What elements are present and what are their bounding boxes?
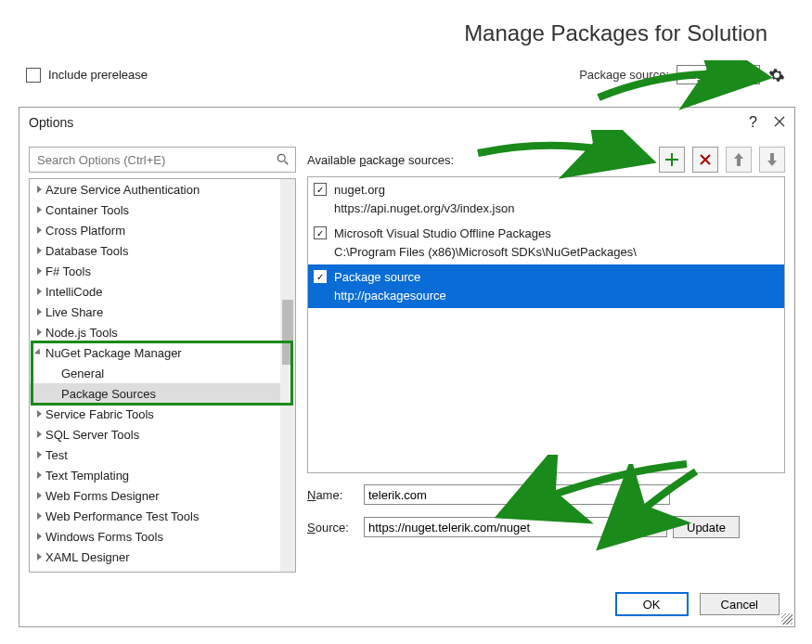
name-row: Name: [307,484,785,505]
expand-icon [37,451,42,458]
source-text: Microsoft Visual Studio Offline Packages… [334,225,637,261]
tree-item[interactable]: Service Fabric Tools [30,404,280,424]
ok-button[interactable]: OK [615,592,689,616]
resize-grip[interactable] [781,613,793,625]
search-options-box[interactable] [29,147,296,173]
move-up-button[interactable] [726,147,752,173]
tree-item[interactable]: Node.js Tools [30,322,280,342]
options-dialog: Options ? Azure Service AuthenticationCo… [19,107,795,627]
source-list-item[interactable]: Microsoft Visual Studio Offline Packages… [308,221,784,264]
move-down-button[interactable] [759,147,785,173]
source-checkbox[interactable] [314,270,327,283]
include-prerelease-label: Include prerelease [48,68,148,82]
source-checkbox[interactable] [314,183,327,196]
expand-icon [37,492,42,499]
tree-item[interactable]: NuGet Package Manager [30,342,280,363]
tree-item[interactable]: F# Tools [30,261,280,281]
gear-icon [768,67,785,84]
name-input[interactable] [364,484,670,505]
expand-icon [37,512,42,520]
source-name: Microsoft Visual Studio Offline Packages [334,225,637,243]
dialog-footer: OK Cancel [19,582,794,626]
expand-icon [34,348,43,356]
source-row: Source: ... Update [307,516,785,538]
tree-item[interactable]: SQL Server Tools [30,424,280,444]
search-input[interactable] [35,152,277,168]
remove-source-button[interactable] [692,147,718,173]
package-source-value: nuget.org [683,68,734,82]
checkbox-icon [26,68,41,83]
tree-item-label: Container Tools [45,203,129,217]
tree-item[interactable]: Test [30,444,280,465]
expand-icon [37,533,42,540]
chevron-down-icon [740,72,747,77]
tree-item-label: General [61,367,104,380]
tree-item[interactable]: Web Performance Test Tools [30,506,280,526]
search-icon [277,153,290,166]
tree-item-label: Live Share [45,305,103,319]
sources-list[interactable]: nuget.orghttps://api.nuget.org/v3/index.… [307,176,785,473]
expand-icon [37,471,42,479]
tree-item-label: Package Sources [61,387,156,401]
close-button[interactable] [774,115,785,130]
source-list-item[interactable]: Package sourcehttp://packagesource [308,264,784,308]
update-button[interactable]: Update [673,516,740,538]
expand-icon [37,328,42,336]
source-url: https://api.nuget.org/v3/index.json [334,200,514,218]
source-input[interactable] [364,517,638,537]
expand-icon [37,226,42,234]
tree-item[interactable]: Container Tools [30,200,280,220]
tree-item[interactable]: Cross Platform [30,220,280,240]
page-title: Manage Packages for Solution [464,20,767,46]
expand-icon [37,247,42,254]
options-tree[interactable]: Azure Service AuthenticationContainer To… [29,178,296,573]
tree-item[interactable]: IntelliCode [30,281,280,302]
expand-icon [37,267,42,275]
source-checkbox[interactable] [314,226,327,239]
source-list-item[interactable]: nuget.orghttps://api.nuget.org/v3/index.… [308,177,784,221]
tree-item-label: Node.js Tools [45,326,118,340]
tree-child-item[interactable]: General [30,363,280,383]
package-source-selector: Package source: nuget.org [579,65,786,84]
tree-item[interactable]: Windows Forms Tools [30,526,280,547]
tree-item[interactable]: Database Tools [30,240,280,261]
settings-button[interactable] [767,66,786,84]
tree-item-label: Windows Forms Tools [45,530,163,544]
svg-line-1 [285,161,289,165]
include-prerelease-checkbox[interactable]: Include prerelease [26,68,148,83]
browse-button[interactable]: ... [643,517,667,537]
help-button[interactable]: ? [749,114,757,131]
dialog-body: Azure Service AuthenticationContainer To… [19,137,794,582]
tree-item[interactable]: Web Forms Designer [30,485,280,506]
expand-icon [37,206,42,213]
tree-item[interactable]: Azure Service Authentication [30,179,280,200]
tree-item-label: Database Tools [45,244,128,258]
package-source-combo[interactable]: nuget.org [677,65,760,84]
scrollbar[interactable] [280,179,295,572]
expand-icon [37,186,42,193]
tree-item[interactable]: Text Templating [30,465,280,485]
tree-item-label: IntelliCode [45,285,102,299]
cancel-button[interactable]: Cancel [700,593,780,615]
tree-item-label: Azure Service Authentication [45,183,200,197]
arrow-up-icon [733,153,744,166]
tree-item-label: SQL Server Tools [45,428,139,442]
tree-item-label: Web Forms Designer [45,489,160,503]
tree-item[interactable]: XAML Designer [30,547,280,567]
sources-toolbar: Available package sources: [307,147,785,173]
add-source-button[interactable] [659,147,685,173]
source-text: Package sourcehttp://packagesource [334,268,446,304]
source-url: C:\Program Files (x86)\Microsoft SDKs\Nu… [334,243,637,262]
expand-icon [37,288,42,295]
top-bar: Include prerelease Package source: nuget… [26,65,786,84]
tree-item-label: Web Performance Test Tools [45,509,199,523]
arrow-down-icon [767,153,778,166]
tree-item-label: Service Fabric Tools [45,407,154,421]
dialog-title: Options [29,115,73,130]
tree-child-item[interactable]: Package Sources [30,383,280,404]
tree-item-label: NuGet Package Manager [45,346,182,360]
scrollbar-thumb[interactable] [282,300,293,365]
tree-item-label: Cross Platform [45,224,125,238]
tree-item[interactable]: Live Share [30,302,280,322]
expand-icon [37,553,42,560]
